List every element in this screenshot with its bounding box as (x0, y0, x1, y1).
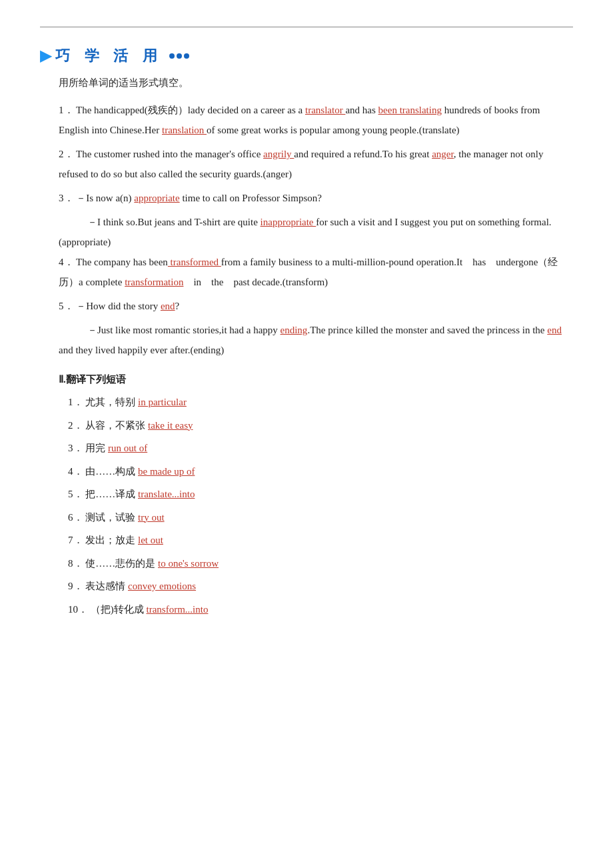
item3-number: 3． (68, 443, 83, 453)
list-item-4: 4． 由……构成 be made up of (68, 462, 573, 481)
p1-answer1: translator (305, 105, 345, 115)
p3-answer2: inappropriate (261, 217, 316, 227)
list-item-10: 10． （把)转化成 transform...into (68, 600, 573, 619)
item7-chinese: 发出；放走 (85, 535, 135, 545)
p3-number: 3． (59, 193, 74, 203)
p2-text-before: The customer rushed into the manager's o… (76, 149, 263, 159)
p1-number: 1． (59, 105, 74, 115)
item9-english: convey emotions (128, 581, 196, 591)
item4-chinese: 由……构成 (85, 466, 135, 477)
list-item-7: 7． 发出；放走 let out (68, 531, 573, 550)
item4-number: 4． (68, 466, 83, 477)
paragraph-2: 2． The customer rushed into the manager'… (59, 144, 573, 184)
list-item-6: 6． 测试，试验 try out (68, 508, 573, 527)
paragraph-3-line2: －I think so.But jeans and T-shirt are qu… (59, 212, 573, 252)
item5-number: 5． (68, 489, 83, 499)
item5-english: translate...into (138, 489, 195, 499)
list-item-3: 3． 用完 run out of (68, 439, 573, 458)
p1-text-after: of some great works is popular among you… (207, 125, 459, 135)
p1-text-before: The handicapped(残疾的）lady decided on a ca… (76, 105, 305, 115)
p4-text-after: in the past decade.(transform) (183, 277, 328, 287)
item3-english: run out of (108, 443, 147, 453)
item3-chinese: 用完 (85, 443, 105, 453)
list-item-9: 9． 表达感情 convey emotions (68, 577, 573, 596)
p5-answer2: ending (281, 325, 308, 335)
instruction: 用所给单词的适当形式填空。 (59, 77, 573, 89)
paragraph-1: 1． The handicapped(残疾的）lady decided on a… (59, 100, 573, 140)
p2-text-m1: and required a refund.To his great (294, 149, 432, 159)
paragraph-5-line2: －Just like most romantic stories,it had … (59, 320, 573, 360)
item8-number: 8． (68, 558, 83, 569)
item6-number: 6． (68, 512, 83, 523)
item1-number: 1． (68, 397, 83, 407)
item6-english: try out (138, 512, 165, 523)
item8-chinese: 使……悲伤的是 (85, 558, 155, 569)
p1-answer3: translation (162, 125, 207, 135)
paragraph-5-line1: 5． －How did the story end? (59, 296, 573, 316)
p5-line2-after: and they lived happily ever after.(endin… (59, 345, 224, 355)
item10-number: 10． (68, 604, 88, 615)
p2-answer2: anger (432, 149, 454, 159)
paragraph-4: 4． The company has been transformed from… (59, 252, 573, 292)
section-ii-label: Ⅱ.翻译下列短语 (59, 373, 573, 386)
item1-english: in particular (138, 397, 187, 407)
title-text: 巧 学 活 用 (55, 46, 163, 66)
item5-chinese: 把……译成 (85, 489, 135, 499)
p3-dash1: －Is now a(n) (76, 193, 134, 203)
p3-dash2: －I think so.But jeans and T-shirt are qu… (77, 217, 261, 227)
p2-number: 2． (59, 149, 74, 159)
title-icon: ▶ (40, 47, 51, 65)
p1-answer2: been translating (378, 105, 442, 115)
list-item-2: 2． 从容，不紧张 take it easy (68, 416, 573, 435)
list-item-5: 5． 把……译成 translate...into (68, 485, 573, 504)
item10-chinese: （把)转化成 (91, 604, 144, 615)
item9-number: 9． (68, 581, 83, 591)
item8-english: to one's sorrow (158, 558, 219, 569)
p5-line2-middle: .The prince killed the monster and saved… (307, 325, 547, 335)
p5-answer3: end (547, 325, 562, 335)
p5-dash2: －Just like most romantic stories,it had … (77, 325, 281, 335)
p4-answer1: transformed (168, 257, 221, 267)
dot-1 (169, 53, 175, 59)
p5-answer1: end (161, 301, 175, 311)
section-title: ▶ 巧 学 活 用 (40, 46, 573, 66)
dot-3 (184, 53, 189, 59)
p4-answer2: transformation (125, 277, 183, 287)
p4-text-before: The company has been (76, 257, 168, 267)
p5-dash1: －How did the story (76, 301, 161, 311)
item7-english: let out (138, 535, 163, 545)
item9-chinese: 表达感情 (85, 581, 125, 591)
list-item-8: 8． 使……悲伤的是 to one's sorrow (68, 554, 573, 573)
paragraph-3-line1: 3． －Is now a(n) appropriate time to call… (59, 188, 573, 208)
p5-number: 5． (59, 301, 74, 311)
p2-answer1: angrily (263, 149, 294, 159)
item6-chinese: 测试，试验 (85, 512, 135, 523)
p1-text-middle1: and has (345, 105, 378, 115)
item2-number: 2． (68, 420, 83, 431)
list-item-1: 1． 尤其，特别 in particular (68, 393, 573, 412)
item7-number: 7． (68, 535, 83, 545)
p3-answer1: appropriate (134, 193, 179, 203)
p5-line1-after: ? (175, 301, 180, 311)
item4-english: be made up of (138, 466, 195, 477)
item1-chinese: 尤其，特别 (85, 397, 135, 407)
p3-line1-after: time to call on Professor Simpson? (180, 193, 322, 203)
item10-english: transform...into (147, 604, 209, 615)
top-divider (40, 27, 573, 27)
item2-chinese: 从容，不紧张 (85, 420, 145, 431)
item2-english: take it easy (148, 420, 193, 431)
dot-2 (177, 53, 182, 59)
title-dots (169, 53, 189, 59)
p4-number: 4． (59, 257, 74, 267)
